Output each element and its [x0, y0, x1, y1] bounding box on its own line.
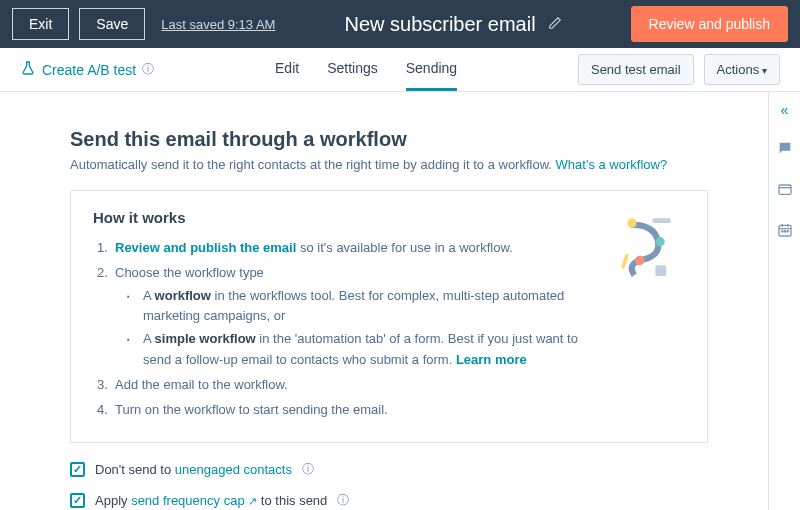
- frequency-checkbox-row: ✓ Apply send frequency cap ↗ to this sen…: [70, 492, 708, 509]
- step-2a: A workflow in the workflows tool. Best f…: [115, 286, 585, 328]
- svg-rect-3: [652, 218, 671, 223]
- page-subtitle: Automatically send it to the right conta…: [70, 157, 708, 172]
- svg-point-9: [787, 231, 788, 232]
- ab-test-label: Create A/B test: [42, 62, 136, 78]
- review-publish-link[interactable]: Review and publish the email: [115, 240, 296, 255]
- info-icon[interactable]: ⓘ: [142, 61, 154, 78]
- subbar: Create A/B test ⓘ Edit Settings Sending …: [0, 48, 800, 92]
- svg-point-8: [784, 231, 785, 232]
- top-header: Exit Save Last saved 9:13 AM New subscri…: [0, 0, 800, 48]
- step-4: Turn on the workflow to start sending th…: [93, 400, 685, 421]
- step-1: Review and publish the email so it's ava…: [93, 238, 685, 259]
- create-ab-test-link[interactable]: Create A/B test ⓘ: [20, 60, 154, 79]
- email-title: New subscriber email: [344, 13, 535, 36]
- calendar-icon[interactable]: [777, 222, 793, 241]
- whats-a-workflow-link[interactable]: What's a workflow?: [556, 157, 668, 172]
- review-publish-button[interactable]: Review and publish: [631, 6, 788, 42]
- svg-rect-5: [779, 185, 791, 194]
- title-wrap: New subscriber email: [285, 13, 620, 36]
- subtabs: Edit Settings Sending: [154, 48, 578, 91]
- unengaged-checkbox-row: ✓ Don't send to unengaged contacts ⓘ: [70, 461, 708, 478]
- last-saved-label: Last saved 9:13 AM: [161, 17, 275, 32]
- right-rail: «: [768, 92, 800, 510]
- svg-point-0: [627, 218, 636, 227]
- flask-icon: [20, 60, 36, 79]
- collapse-icon[interactable]: «: [781, 102, 789, 118]
- step-3: Add the email to the workflow.: [93, 375, 685, 396]
- learn-more-link[interactable]: Learn more: [456, 352, 527, 367]
- unengaged-checkbox[interactable]: ✓: [70, 462, 85, 477]
- main-content: Send this email through a workflow Autom…: [0, 92, 768, 510]
- how-it-works-panel: How it works Review and publish the emai…: [70, 190, 708, 443]
- check-label: Don't send to unengaged contacts: [95, 462, 292, 477]
- date-icon[interactable]: [777, 181, 793, 200]
- external-link-icon: ↗: [248, 495, 257, 507]
- tab-settings[interactable]: Settings: [327, 48, 378, 91]
- info-icon[interactable]: ⓘ: [302, 461, 314, 478]
- pencil-icon[interactable]: [548, 16, 562, 33]
- step-2b: A simple workflow in the 'automation tab…: [115, 329, 585, 371]
- subbar-actions: Send test email Actions: [578, 54, 780, 85]
- step-2: Choose the workflow type A workflow in t…: [93, 263, 685, 371]
- comment-icon[interactable]: [777, 140, 793, 159]
- info-icon[interactable]: ⓘ: [337, 492, 349, 509]
- save-button[interactable]: Save: [79, 8, 145, 40]
- tab-edit[interactable]: Edit: [275, 48, 299, 91]
- unengaged-contacts-link[interactable]: unengaged contacts: [175, 462, 292, 477]
- send-frequency-cap-link[interactable]: send frequency cap ↗: [131, 493, 257, 508]
- steps-list: Review and publish the email so it's ava…: [93, 238, 685, 420]
- body-wrap: Send this email through a workflow Autom…: [0, 92, 800, 510]
- tab-sending[interactable]: Sending: [406, 48, 457, 91]
- subtitle-text: Automatically send it to the right conta…: [70, 157, 556, 172]
- actions-dropdown[interactable]: Actions: [704, 54, 780, 85]
- check-label: Apply send frequency cap ↗ to this send: [95, 493, 327, 508]
- step-2-sublist: A workflow in the workflows tool. Best f…: [115, 286, 685, 371]
- frequency-checkbox[interactable]: ✓: [70, 493, 85, 508]
- send-test-email-button[interactable]: Send test email: [578, 54, 694, 85]
- svg-point-7: [781, 231, 782, 232]
- exit-button[interactable]: Exit: [12, 8, 69, 40]
- page-heading: Send this email through a workflow: [70, 128, 708, 151]
- how-it-works-title: How it works: [93, 209, 685, 226]
